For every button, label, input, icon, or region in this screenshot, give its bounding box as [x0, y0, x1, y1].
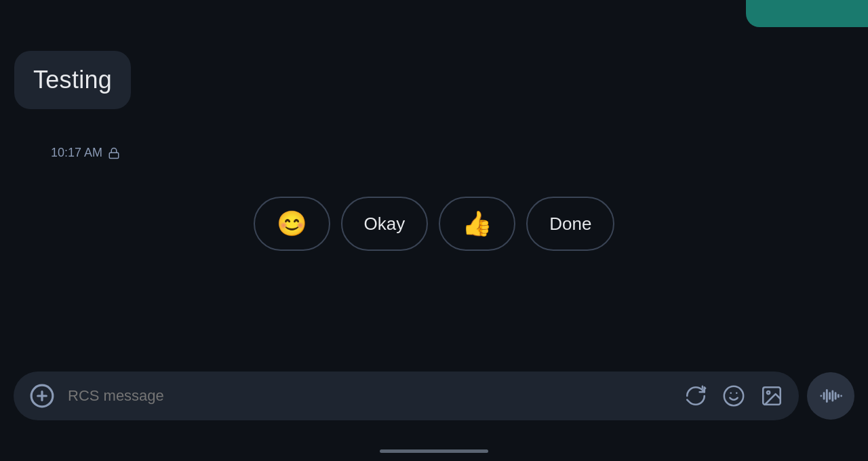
message-input[interactable] [68, 387, 671, 405]
svg-point-10 [767, 391, 770, 394]
input-bar-wrapper [14, 372, 854, 420]
svg-rect-0 [109, 153, 119, 158]
ai-reply-button[interactable] [682, 382, 709, 409]
input-bar [14, 372, 799, 420]
emoji-picker-button[interactable] [720, 382, 747, 409]
svg-point-6 [724, 386, 743, 405]
message-text: Testing [33, 66, 112, 94]
time-text: 10:17 AM [51, 146, 102, 160]
plus-circle-icon [29, 383, 55, 409]
top-right-button[interactable] [746, 0, 868, 27]
home-indicator [380, 449, 488, 453]
message-bubble: Testing [14, 51, 131, 109]
voice-waveform-icon [819, 384, 842, 407]
add-attachment-button[interactable] [27, 381, 57, 411]
lock-icon [108, 147, 120, 159]
emoji-icon [722, 384, 745, 407]
quick-reply-done[interactable]: Done [526, 197, 614, 251]
image-attach-button[interactable] [758, 382, 785, 409]
quick-reply-okay[interactable]: Okay [341, 197, 429, 251]
quick-reply-thumbsup[interactable]: 👍 [439, 197, 515, 251]
svg-line-5 [704, 388, 705, 390]
message-timestamp: 10:17 AM [51, 146, 120, 160]
sparkle-reply-icon [684, 384, 707, 407]
quick-replies-row: 😊 Okay 👍 Done [0, 197, 868, 251]
image-icon [760, 384, 783, 407]
voice-message-button[interactable] [807, 372, 854, 420]
quick-reply-smile[interactable]: 😊 [254, 197, 330, 251]
